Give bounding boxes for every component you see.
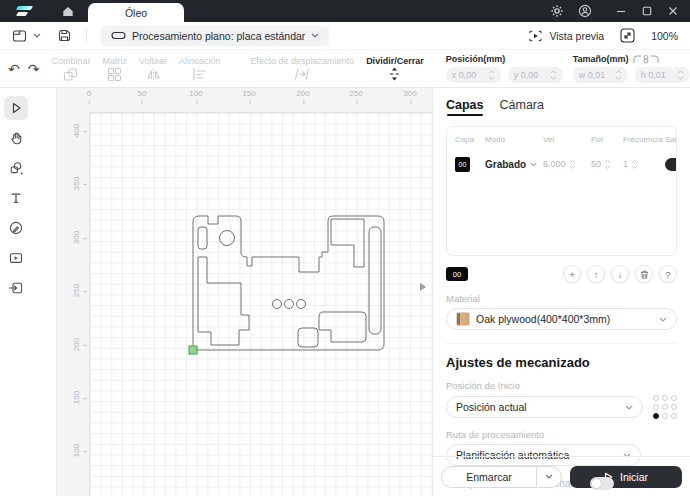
array-label: Matriz [102,56,127,66]
close-button[interactable] [660,0,686,22]
size-h-value: h 0,01 [641,70,666,80]
layer-speed-input[interactable]: 6.000 [543,159,587,170]
layer-power-input[interactable]: 50 [591,159,619,170]
stepper-icon[interactable] [488,69,495,81]
size-w-input[interactable]: w 0,01 [573,67,628,83]
position-x-input[interactable]: x 0,00 [446,67,501,83]
combine-button[interactable]: Combinar [51,56,90,82]
combine-label: Combinar [51,56,90,66]
stepper-icon[interactable] [631,159,638,170]
tab-camera[interactable]: Cámara [500,98,544,116]
split-close-icon [387,67,402,81]
save-icon [57,28,72,43]
close-icon [668,6,678,16]
help-button[interactable]: ? [659,265,677,283]
save-button[interactable] [57,28,72,43]
layer-output-toggle[interactable] [665,158,677,171]
preview-button[interactable]: Vista previa [528,30,604,42]
app-logo-icon [17,6,37,16]
preview-label: Vista previa [549,30,604,42]
select-tool[interactable] [4,96,28,120]
layer-frequency-input[interactable]: 1 [623,159,661,170]
gear-icon [550,4,564,18]
col-frequency: Frecuencia [623,135,661,144]
undo-button[interactable]: ↶ [8,62,20,76]
align-button[interactable]: Alineación [179,56,221,82]
stepper-icon[interactable] [550,69,557,81]
material-select[interactable]: Oak plywood(400*400*3mm) [446,308,677,330]
stepper-icon[interactable] [569,159,576,170]
frame-button[interactable]: Enmarcar [441,466,562,488]
section-divider [446,343,677,344]
hand-icon [8,130,24,146]
layer-mode-select[interactable]: Grabado [485,159,539,170]
col-mode: Modo [485,135,539,144]
start-anchor-grid[interactable] [653,395,677,419]
offset-effect-button[interactable]: Efecto de desplazamiento [251,56,355,81]
open-file-button[interactable] [12,28,41,44]
shape-tool[interactable] [4,156,28,180]
design-square-cutout [298,328,318,347]
position-group: Posición(mm) x 0,00 y 0,00 [446,54,563,83]
import-tool[interactable] [4,276,28,300]
size-group: Tamaño(mm) w 0,01 h 0,01 [573,54,690,83]
start-position-select[interactable]: Posición actual [446,396,643,418]
array-button[interactable]: Matriz [102,56,127,82]
position-y-input[interactable]: y 0,00 [508,67,563,83]
layer-chip-row: 00 + ↑ ↓ ? [446,265,677,283]
flat-plate-icon [111,30,126,41]
document-tab[interactable]: Óleo [88,3,184,22]
selection-handle[interactable] [189,346,197,354]
selected-layer-chip[interactable]: 00 [446,267,468,281]
pan-tool[interactable] [4,126,28,150]
account-button[interactable] [578,4,592,18]
design-bracket-cutout [319,312,366,342]
align-icon [192,67,207,82]
start-button[interactable]: Iniciar [570,466,682,488]
size-h-input[interactable]: h 0,01 [635,67,690,83]
panel-collapse-handle[interactable] [420,283,426,291]
canvas-viewport[interactable]: 0 50 100 150 200 250 300 400 350 300 250… [56,88,432,496]
col-layer: Capa [455,135,481,144]
design-hole-small [297,300,306,309]
preview-icon [528,30,543,42]
stepper-icon[interactable] [677,69,684,81]
layer-row[interactable]: 00 Grabado 6.000 50 [447,151,676,177]
fit-zoom-button[interactable] [620,28,635,43]
layer-color-swatch[interactable]: 00 [455,157,470,172]
stepper-icon[interactable] [604,159,611,170]
frame-button-label: Enmarcar [442,467,536,487]
col-output: Salida [665,135,677,144]
minimize-button[interactable] [608,0,634,22]
split-close-button[interactable]: Dividir/Cerrar [366,56,424,81]
offset-effect-label: Efecto de desplazamiento [251,56,355,66]
move-layer-up-button[interactable]: ↑ [587,265,605,283]
move-layer-down-button[interactable]: ↓ [611,265,629,283]
stepper-icon[interactable] [615,69,622,81]
lock-ratio-icon[interactable] [633,54,659,64]
right-panel: Capas Cámara Capa Modo Vel Pot Frecuenci… [432,88,690,496]
home-button[interactable] [61,4,75,18]
start-position-label: Posición de Inicio [446,380,677,391]
settings-button[interactable] [550,4,564,18]
design-l-cutout [331,219,364,267]
tab-layers[interactable]: Capas [446,98,484,116]
toolbar-divider [86,28,87,43]
text-icon [8,190,24,206]
delete-layer-button[interactable] [635,265,653,283]
frame-options-button[interactable] [537,467,561,487]
start-position-value: Posición actual [456,401,527,413]
layers-table-header: Capa Modo Vel Pot Frecuencia Salida [447,127,676,151]
design-object[interactable] [57,88,432,496]
design-hole-large [220,231,235,246]
add-layer-button[interactable]: + [563,265,581,283]
maximize-button[interactable] [634,0,660,22]
redo-button[interactable]: ↷ [28,62,40,76]
image-tool[interactable] [4,246,28,270]
text-tool[interactable] [4,186,28,210]
offset-effect-icon [294,67,310,81]
sculpt-toggle[interactable] [590,477,614,490]
processing-mode-select[interactable]: Procesamiento plano: placa estándar [101,26,329,46]
draw-tool[interactable] [4,216,28,240]
flip-button[interactable]: Voltear [139,56,167,82]
